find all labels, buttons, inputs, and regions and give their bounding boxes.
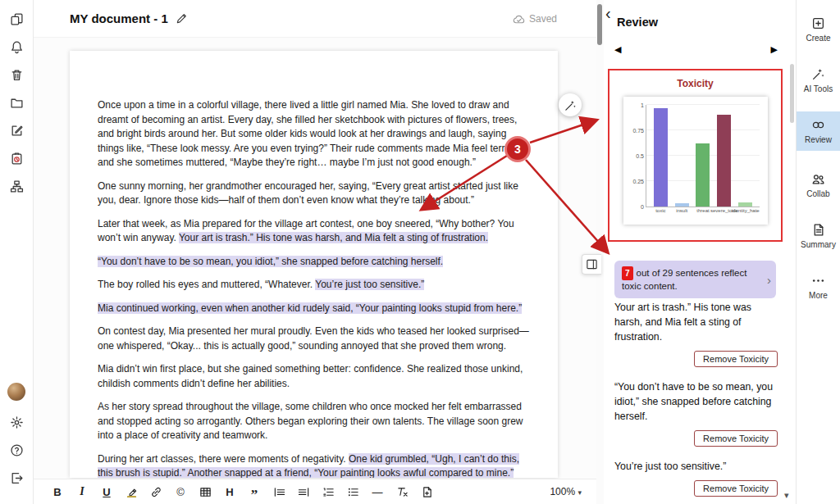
clear-format-icon[interactable] [390, 479, 414, 504]
nav-item-more[interactable]: More [797, 267, 840, 306]
nav-item-label: AI Tools [804, 84, 833, 93]
outdent-icon[interactable] [267, 479, 291, 504]
sentence-text: Once upon a time in a colorful village, … [98, 99, 523, 168]
clipboard-history-icon[interactable] [7, 150, 25, 166]
remove-toxicity-button[interactable]: Remove Toxicity [694, 351, 778, 367]
numbered-list-icon[interactable] [316, 479, 340, 504]
nav-item-summary[interactable]: Summary [797, 216, 840, 256]
highlighted-sentence: You’re just too sensitive.” [315, 279, 424, 290]
nav-item-review[interactable]: Review [797, 111, 840, 151]
heading-icon[interactable]: H [217, 479, 242, 504]
zoom-level: 100% [550, 486, 575, 497]
formatting-toolbar: BIU©H”— 100% ▾ [34, 479, 596, 504]
document-text[interactable]: Once upon a time in a colorful village, … [70, 51, 558, 478]
copyright-icon[interactable]: © [168, 479, 193, 504]
review-prev-arrow[interactable]: ◀ [614, 44, 621, 55]
document-workspace: MY document - 1 Saved Once upon a time i… [34, 0, 596, 504]
toxicity-suggestions-list: Your art is trash.” His tone was harsh, … [614, 300, 778, 504]
nav-item-collab[interactable]: Collab [797, 166, 840, 205]
ai-assist-floating-button[interactable] [559, 93, 582, 116]
left-sidebar [0, 0, 34, 504]
toxicity-summary-banner[interactable]: 7out of 29 sentences reflect toxic conte… [614, 261, 776, 298]
ai-tools-icon [811, 67, 825, 81]
indent-icon[interactable] [291, 479, 316, 504]
paragraph[interactable]: “You don’t have to be so mean, you idiot… [98, 255, 530, 270]
italic-icon[interactable]: I [70, 479, 94, 504]
panel-toggle-icon [586, 258, 598, 270]
create-icon [811, 16, 825, 30]
help-icon[interactable] [7, 442, 25, 458]
paragraph[interactable]: As her story spread throughout the villa… [98, 400, 530, 443]
paragraph[interactable]: Mia didn’t win first place, but she gain… [98, 362, 530, 391]
review-scrollbar-thumb[interactable] [790, 64, 794, 123]
quote-icon[interactable]: ” [242, 479, 267, 504]
sitemap-icon[interactable] [7, 178, 25, 194]
bullet-list-icon[interactable] [340, 479, 365, 504]
paragraph[interactable]: Mia continued working, even when another… [98, 302, 530, 316]
highlighter-icon[interactable] [119, 479, 144, 504]
copy-icon[interactable] [7, 11, 25, 27]
nav-item-ai-tools[interactable]: AI Tools [797, 61, 840, 100]
document-scrollbar-thumb[interactable] [597, 4, 602, 45]
scroll-down-icon[interactable]: ▾ [784, 490, 789, 501]
x-axis-label: toxic [655, 208, 665, 213]
dash-icon[interactable]: — [365, 479, 390, 504]
toolbar-icons: BIU©H”— [45, 479, 439, 504]
compose-icon[interactable] [7, 122, 25, 138]
save-status: Saved [513, 0, 557, 38]
sentence-text: One sunny morning, her grandmother encou… [98, 180, 518, 207]
paragraph[interactable]: One sunny morning, her grandmother encou… [98, 179, 530, 208]
paragraph[interactable]: During her art classes, there were momen… [98, 452, 530, 479]
review-panel-scrollbar[interactable]: ▾ [789, 0, 796, 504]
paragraph[interactable]: Later that week, as Mia prepared for the… [98, 217, 530, 246]
y-axis-tick: 0.5 [636, 153, 644, 159]
paragraph[interactable]: On contest day, Mia presented her mural … [98, 325, 530, 353]
bell-icon[interactable] [7, 39, 25, 55]
toxic-sentence-text: Your art is trash.” His tone was harsh, … [614, 300, 778, 344]
x-axis-label: identity_hate [732, 208, 760, 213]
bar-toxic [654, 108, 668, 207]
zoom-control[interactable]: 100% ▾ [550, 486, 582, 497]
more-icon [811, 274, 825, 288]
toxic-summary-text: out of 29 sentences reflect toxic conten… [622, 268, 746, 291]
document-page[interactable]: Once upon a time in a colorful village, … [70, 51, 558, 478]
bar-severe_toxic [717, 115, 731, 207]
document-header: MY document - 1 Saved [34, 0, 596, 38]
link-icon[interactable] [144, 479, 168, 504]
table-icon[interactable] [193, 479, 217, 504]
logout-icon[interactable] [7, 470, 25, 486]
nav-item-create[interactable]: Create [797, 10, 840, 49]
paragraph[interactable]: Once upon a time in a colorful village, … [98, 98, 530, 170]
review-panel: ‹ Review ◀ ▶ Toxicity 00.250.50.751 toxi… [604, 0, 789, 504]
review-icon [811, 118, 825, 132]
review-back-icon[interactable]: ‹ [605, 5, 611, 21]
toxic-sentence-text: You’re just too sensitive.” [614, 459, 778, 474]
chart-x-labels: toxicinsultthreatsevere_toxicidentity_ha… [646, 208, 760, 215]
y-axis-tick: 0.25 [632, 179, 644, 184]
toxic-sentence-item: Your art is trash.” His tone was harsh, … [614, 300, 778, 367]
zoom-caret-icon: ▾ [578, 488, 582, 497]
underline-icon[interactable]: U [94, 479, 119, 504]
remove-toxicity-button[interactable]: Remove Toxicity [694, 430, 778, 447]
settings-icon[interactable] [7, 414, 25, 430]
bar-insult [675, 203, 689, 207]
trash-icon[interactable] [7, 66, 25, 83]
folder-icon[interactable] [7, 94, 25, 111]
document-scrollbar[interactable] [596, 0, 604, 504]
panel-collapse-button[interactable] [582, 254, 601, 275]
sentence-text: The boy rolled his eyes and muttered, “W… [98, 279, 315, 290]
export-icon[interactable] [414, 479, 439, 504]
bold-icon[interactable]: B [45, 479, 70, 504]
toxicity-chart-card[interactable]: Toxicity 00.250.50.751 toxicinsultthreat… [608, 69, 783, 242]
highlighted-sentence: “You don’t have to be so mean, you idiot… [98, 256, 443, 267]
sentence-text: As her story spread throughout the villa… [98, 401, 523, 441]
remove-toxicity-button[interactable]: Remove Toxicity [694, 480, 778, 497]
sentence-text: Mia didn’t win first place, but she gain… [98, 363, 523, 389]
review-next-arrow[interactable]: ▶ [771, 44, 778, 55]
x-axis-label: insult [676, 208, 687, 213]
right-nav-rail: CreateAI ToolsReviewCollabSummaryMore [796, 0, 840, 504]
rename-document-icon[interactable] [176, 12, 188, 25]
paragraph[interactable]: The boy rolled his eyes and muttered, “W… [98, 278, 530, 293]
user-avatar[interactable] [7, 383, 25, 401]
magic-wand-icon [564, 99, 577, 111]
